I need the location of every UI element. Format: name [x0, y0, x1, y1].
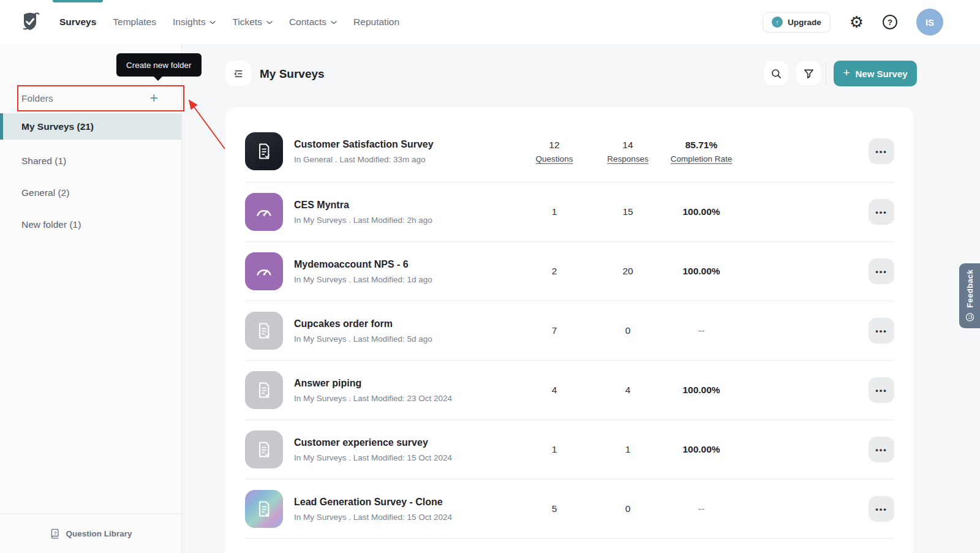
- responses-count: 14: [607, 140, 649, 151]
- responses-count: 4: [625, 385, 631, 396]
- page-title: My Surveys: [260, 67, 325, 81]
- responses-stat: 20: [622, 266, 633, 277]
- completion-stat: 100.00%: [682, 206, 720, 217]
- questions-stat: 12 Questions: [536, 140, 573, 164]
- row-menu-button[interactable]: •••: [869, 138, 894, 164]
- smiley-icon: [965, 313, 974, 322]
- survey-row[interactable]: Customer experience survey In My Surveys…: [245, 420, 894, 480]
- sidebar-item-my-surveys-21[interactable]: My Surveys (21): [0, 113, 181, 140]
- collapse-panel-icon: [233, 68, 244, 80]
- questions-count: 2: [552, 266, 557, 277]
- brand-logo[interactable]: [17, 9, 43, 36]
- survey-type-icon: [245, 252, 283, 290]
- row-menu-button[interactable]: •••: [869, 496, 894, 522]
- completion-rate-value: 100.00%: [682, 444, 720, 455]
- survey-title[interactable]: Answer piping: [294, 378, 452, 389]
- questions-label[interactable]: Questions: [536, 154, 573, 164]
- ellipsis-icon: •••: [875, 505, 888, 514]
- responses-count: 15: [622, 206, 633, 217]
- sidebar-item-label: My Surveys (21): [21, 121, 94, 132]
- main-nav: Surveys Templates Insights Tickets Conta…: [59, 0, 399, 44]
- feedback-tab[interactable]: Feedback: [959, 263, 980, 328]
- collapse-sidebar-button[interactable]: [225, 61, 251, 86]
- upgrade-button[interactable]: ↑ Upgrade: [763, 12, 831, 32]
- nav-item-tickets[interactable]: Tickets: [232, 0, 273, 44]
- survey-title[interactable]: Mydemoaccount NPS - 6: [294, 259, 432, 270]
- survey-row[interactable]: CES Myntra In My Surveys . Last Modified…: [245, 182, 894, 242]
- feedback-tab-label: Feedback: [965, 269, 974, 307]
- settings-gear-icon[interactable]: ⚙: [850, 14, 864, 30]
- folder-list: My Surveys (21) Shared (1) General (2) N…: [0, 113, 181, 241]
- survey-row[interactable]: Lead Generation Survey - Clone In My Sur…: [245, 480, 894, 539]
- completion-rate-value: --: [698, 503, 704, 514]
- nav-item-surveys[interactable]: Surveys: [59, 0, 96, 44]
- search-button[interactable]: [764, 61, 788, 86]
- completion-rate-value: 100.00%: [682, 266, 720, 277]
- survey-row[interactable]: Answer piping In My Surveys . Last Modif…: [245, 361, 894, 420]
- question-library-link[interactable]: ? Question Library: [0, 513, 181, 553]
- responses-stat: 14 Responses: [607, 140, 649, 164]
- questions-stat: 7: [552, 325, 557, 336]
- completion-rate-label[interactable]: Completion Rate: [671, 154, 733, 164]
- nav-item-label: Surveys: [59, 17, 96, 28]
- survey-title[interactable]: CES Myntra: [294, 200, 432, 211]
- completion-stat: 100.00%: [682, 385, 720, 396]
- folders-header: Folders +: [0, 85, 181, 111]
- sidebar-item-label: Shared (1): [21, 156, 66, 167]
- row-menu-button[interactable]: •••: [869, 258, 894, 284]
- nav-item-contacts[interactable]: Contacts: [289, 0, 337, 44]
- nav-item-label: Tickets: [232, 17, 262, 28]
- chevron-down-icon: [331, 21, 337, 24]
- survey-type-icon: [245, 431, 283, 468]
- survey-meta: In My Surveys . Last Modified: 15 Oct 20…: [294, 453, 452, 462]
- row-menu-button[interactable]: •••: [869, 377, 894, 403]
- document-check-icon: [255, 381, 273, 399]
- survey-meta: In General . Last Modified: 33m ago: [294, 155, 434, 164]
- questions-count: 7: [552, 325, 557, 336]
- row-menu-button[interactable]: •••: [869, 318, 894, 344]
- nav-item-label: Reputation: [353, 17, 399, 28]
- survey-title[interactable]: Customer Satisfaction Survey: [294, 139, 434, 150]
- survey-row[interactable]: Mydemoaccount NPS - 6 In My Surveys . La…: [245, 242, 894, 301]
- questions-stat: 1: [552, 444, 557, 455]
- survey-title[interactable]: Customer experience survey: [294, 437, 452, 448]
- filter-funnel-icon: [803, 68, 815, 80]
- nav-item-templates[interactable]: Templates: [113, 0, 156, 44]
- survey-row[interactable]: Cupcakes order form In My Surveys . Last…: [245, 301, 894, 361]
- tooltip-text: Create new folder: [126, 61, 192, 70]
- nav-item-insights[interactable]: Insights: [173, 0, 216, 44]
- completion-stat: 85.71% Completion Rate: [671, 140, 733, 164]
- responses-count: 0: [625, 503, 631, 514]
- nav-item-reputation[interactable]: Reputation: [353, 0, 399, 44]
- plus-icon: +: [843, 66, 850, 80]
- new-survey-button[interactable]: + New Survey: [834, 61, 917, 86]
- row-menu-button[interactable]: •••: [869, 199, 894, 225]
- filter-button[interactable]: [796, 61, 821, 86]
- topbar-actions: ↑ Upgrade ⚙ ? IS: [763, 9, 943, 36]
- create-folder-button[interactable]: +: [150, 91, 158, 105]
- completion-stat: 100.00%: [682, 444, 720, 455]
- sidebar-item-shared-1[interactable]: Shared (1): [0, 145, 181, 177]
- responses-label[interactable]: Responses: [607, 154, 649, 164]
- completion-stat: --: [698, 325, 704, 336]
- document-check-icon: [255, 500, 273, 518]
- sidebar-item-general-2[interactable]: General (2): [0, 177, 181, 209]
- sidebar-item-new-folder-1[interactable]: New folder (1): [0, 209, 181, 241]
- help-icon[interactable]: ?: [883, 15, 897, 29]
- user-avatar[interactable]: IS: [916, 9, 943, 36]
- sidebar: Folders + My Surveys (21) Shared (1) Gen…: [0, 44, 182, 553]
- survey-meta: In My Surveys . Last Modified: 1d ago: [294, 275, 432, 284]
- survey-list: Customer Satisfaction Survey In General …: [225, 107, 914, 553]
- survey-title[interactable]: Cupcakes order form: [294, 318, 432, 329]
- sidebar-item-label: New folder (1): [21, 219, 81, 230]
- questions-count: 5: [552, 503, 557, 514]
- toolbar-divider: [826, 62, 826, 85]
- main-content: My Surveys + New Survey Customer Sa: [182, 44, 980, 553]
- survey-row[interactable]: Customer Satisfaction Survey In General …: [245, 121, 894, 182]
- survey-type-icon: [245, 132, 283, 170]
- svg-text:?: ?: [54, 530, 57, 535]
- ellipsis-icon: •••: [875, 267, 888, 276]
- row-menu-button[interactable]: •••: [869, 437, 894, 462]
- responses-stat: 15: [622, 206, 633, 217]
- survey-title[interactable]: Lead Generation Survey - Clone: [294, 497, 452, 508]
